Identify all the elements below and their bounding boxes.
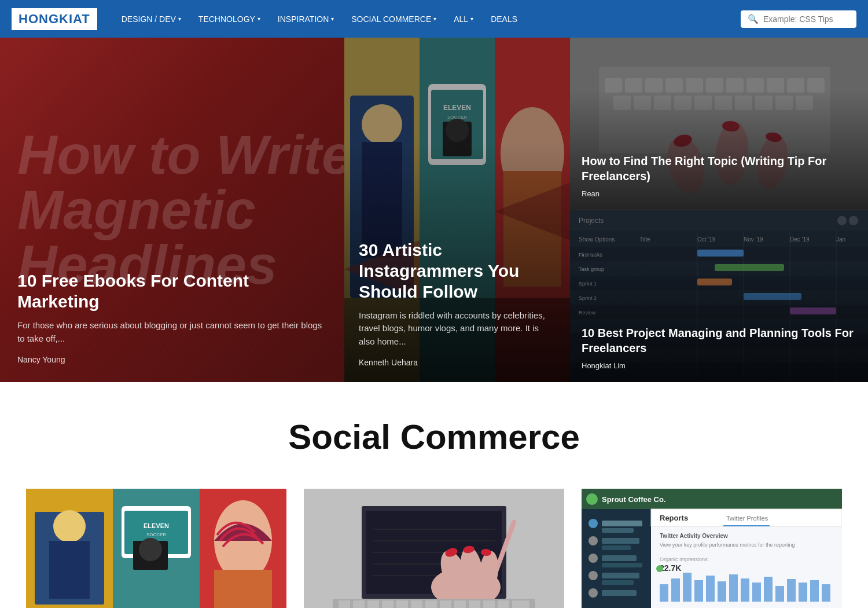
hero-sub-card-bottom-author: Hongkiat Lim: [582, 361, 626, 370]
hero-card-2-excerpt: Instagram is riddled with accounts by ce…: [359, 309, 556, 349]
hero-card-2-title: 30 Artistic Instagrammers You Should Fol…: [359, 240, 556, 302]
hero-card-3: How to Find The Right Topic (Writing Tip…: [570, 38, 868, 382]
svg-rect-127: [512, 600, 529, 608]
search-box[interactable]: 🔍: [741, 10, 856, 28]
logo[interactable]: HONGKIAT: [12, 8, 97, 30]
svg-rect-89: [49, 541, 90, 599]
svg-rect-118: [382, 600, 393, 608]
svg-rect-168: [787, 579, 796, 602]
hero-sub-card-top-content: How to Find The Right Topic (Writing Tip…: [582, 153, 856, 199]
svg-rect-166: [764, 577, 773, 602]
hero-sub-card-top-title: How to Find The Right Topic (Writing Tip…: [582, 153, 856, 184]
svg-point-139: [589, 554, 598, 563]
card-item-artistic[interactable]: ELEVEN SOCCER: [17, 480, 295, 608]
nav-item-deals[interactable]: DEALS: [484, 10, 524, 28]
svg-rect-164: [741, 578, 749, 602]
svg-point-88: [53, 510, 86, 543]
svg-rect-146: [602, 590, 637, 596]
svg-rect-167: [775, 586, 784, 602]
svg-rect-141: [602, 563, 642, 567]
hero-sub-card-top[interactable]: How to Find The Right Topic (Writing Tip…: [570, 38, 868, 210]
svg-rect-119: [396, 600, 408, 608]
nav-item-inspiration[interactable]: INSPIRATION ▾: [271, 10, 341, 28]
svg-text:Sprout Coffee Co.: Sprout Coffee Co.: [602, 495, 666, 504]
svg-rect-123: [454, 600, 466, 608]
svg-rect-124: [469, 600, 480, 608]
chevron-down-icon: ▾: [433, 16, 436, 22]
svg-rect-135: [602, 528, 634, 533]
svg-rect-97: [214, 570, 272, 608]
svg-rect-158: [671, 578, 680, 602]
svg-point-142: [589, 571, 598, 580]
svg-rect-165: [752, 583, 761, 602]
hero-card-2-author: Kenneth Uehara: [359, 358, 418, 367]
svg-rect-161: [706, 576, 715, 602]
svg-rect-137: [602, 538, 639, 544]
nav-item-design[interactable]: DESIGN / DEV ▾: [115, 10, 188, 28]
search-input[interactable]: [763, 14, 856, 24]
chevron-down-icon: ▾: [331, 16, 334, 22]
svg-point-130: [586, 493, 598, 505]
hero-card-2-content: 30 Artistic Instagrammers You Should Fol…: [359, 240, 556, 368]
hero-bg-text-line1: How to Write: [17, 127, 344, 182]
hero-card-1-author: Nancy Young: [17, 355, 65, 364]
bottom-card-1-svg: ELEVEN SOCCER: [26, 489, 286, 608]
bottom-card-3-svg: Sprout Coffee Co.: [582, 489, 842, 608]
navigation: HONGKIAT DESIGN / DEV ▾ TECHNOLOGY ▾ INS…: [0, 0, 868, 38]
svg-rect-162: [718, 581, 726, 602]
section-header: Social Commerce: [0, 382, 868, 480]
hero-card-1-content: 10 Free Ebooks For Content Marketing For…: [17, 270, 327, 365]
svg-rect-159: [683, 573, 692, 602]
svg-rect-169: [799, 583, 807, 602]
nav-item-social-commerce[interactable]: SOCIAL COMMERCE ▾: [344, 10, 443, 28]
svg-text:Reports: Reports: [660, 514, 688, 522]
chevron-down-icon: ▾: [470, 16, 473, 22]
hero-section: How to Write Magnetic Headlines 10 Free …: [0, 38, 868, 382]
nav-item-technology[interactable]: TECHNOLOGY ▾: [192, 10, 267, 28]
hero-card-1-title: 10 Free Ebooks For Content Marketing: [17, 270, 327, 312]
svg-point-133: [589, 519, 598, 528]
svg-rect-125: [483, 600, 495, 608]
hero-card-1-excerpt: For those who are serious about blogging…: [17, 319, 327, 345]
svg-rect-163: [729, 574, 738, 602]
chevron-down-icon: ▾: [258, 16, 260, 22]
svg-text:Twitter Profiles: Twitter Profiles: [726, 515, 768, 522]
chevron-down-icon: ▾: [178, 16, 181, 22]
svg-point-156: [656, 565, 663, 572]
card-thumb-laptop: [304, 489, 564, 608]
svg-rect-126: [498, 600, 509, 608]
svg-rect-140: [602, 555, 637, 561]
hero-sub-card-bottom-content: 10 Best Project Managing and Planning To…: [582, 325, 856, 371]
svg-rect-121: [425, 600, 437, 608]
card-thumb-sprout: Sprout Coffee Co.: [582, 489, 842, 608]
svg-rect-115: [339, 600, 350, 608]
card-item-laptop[interactable]: [295, 480, 573, 608]
svg-point-95: [139, 538, 162, 561]
svg-text:Twitter Activity Overview: Twitter Activity Overview: [660, 533, 728, 539]
nav-items: DESIGN / DEV ▾ TECHNOLOGY ▾ INSPIRATION …: [115, 10, 741, 28]
svg-rect-170: [810, 580, 819, 602]
card-thumb-artistic: ELEVEN SOCCER: [26, 489, 286, 608]
hero-card-2[interactable]: ELEVEN SOCCER 30 Artistic Instagrammers …: [344, 38, 570, 382]
svg-rect-138: [602, 545, 631, 550]
card-item-sprout[interactable]: Sprout Coffee Co.: [573, 480, 851, 608]
cards-grid: ELEVEN SOCCER: [0, 480, 868, 608]
svg-rect-151: [723, 525, 770, 526]
svg-text:View your key profile performa: View your key profile performance metric…: [660, 542, 795, 548]
hero-card-1[interactable]: How to Write Magnetic Headlines 10 Free …: [0, 38, 344, 382]
svg-rect-134: [602, 521, 642, 526]
svg-rect-157: [660, 584, 668, 602]
hero-sub-card-top-author: Rean: [582, 189, 599, 198]
section-title: Social Commerce: [12, 417, 856, 457]
svg-rect-144: [602, 580, 634, 585]
svg-rect-117: [367, 600, 379, 608]
nav-item-all[interactable]: ALL ▾: [447, 10, 480, 28]
hero-bg-text-line2: Magnetic: [17, 182, 256, 237]
svg-rect-160: [694, 580, 703, 602]
svg-point-136: [589, 536, 598, 545]
hero-sub-card-bottom[interactable]: Projects Show Options Title Oct '19 Nov …: [570, 210, 868, 383]
svg-text:ELEVEN: ELEVEN: [144, 522, 169, 529]
hero-sub-card-bottom-title: 10 Best Project Managing and Planning To…: [582, 325, 856, 356]
svg-rect-143: [602, 573, 639, 578]
svg-rect-171: [822, 584, 830, 602]
